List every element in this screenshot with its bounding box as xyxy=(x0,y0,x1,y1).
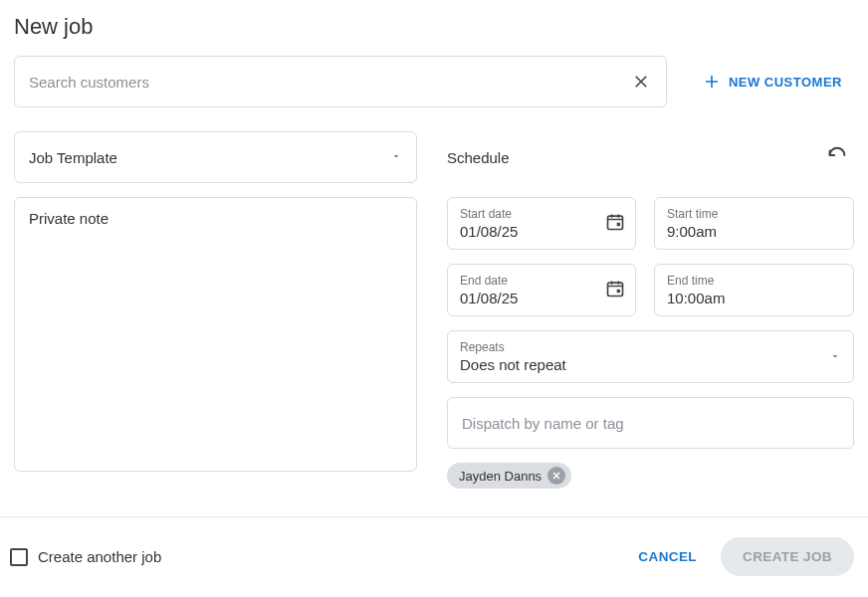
private-note-textarea[interactable] xyxy=(14,197,417,472)
search-customers-input[interactable] xyxy=(14,56,667,107)
remove-assignee-button[interactable] xyxy=(547,467,565,485)
end-time-field[interactable]: End time 10:00am xyxy=(654,264,854,316)
repeats-label: Repeats xyxy=(460,340,841,354)
undo-icon xyxy=(826,144,848,166)
job-template-select[interactable]: Job Template xyxy=(14,131,417,183)
dispatch-input[interactable] xyxy=(447,397,854,449)
assignee-name: Jayden Danns xyxy=(459,469,542,484)
svg-rect-2 xyxy=(608,283,623,296)
plus-icon xyxy=(703,73,721,91)
chevron-down-icon xyxy=(390,148,402,166)
undo-schedule-button[interactable] xyxy=(820,138,854,176)
chevron-down-icon xyxy=(829,348,841,366)
job-template-value: Job Template xyxy=(29,149,117,166)
page-title: New job xyxy=(14,14,854,40)
repeats-value: Does not repeat xyxy=(460,356,841,373)
svg-rect-3 xyxy=(617,289,620,292)
create-another-checkbox-row[interactable]: Create another job xyxy=(10,548,161,566)
create-another-label: Create another job xyxy=(38,548,161,565)
end-date-field[interactable]: End date 01/08/25 xyxy=(447,264,636,316)
new-customer-label: NEW CUSTOMER xyxy=(729,75,842,90)
calendar-icon xyxy=(605,212,625,236)
footer: Create another job CANCEL CREATE JOB xyxy=(0,516,868,596)
new-customer-button[interactable]: NEW CUSTOMER xyxy=(691,65,854,99)
end-date-label: End date xyxy=(460,274,593,288)
start-time-field[interactable]: Start time 9:00am xyxy=(654,197,854,250)
create-job-button[interactable]: CREATE JOB xyxy=(721,537,854,576)
calendar-icon xyxy=(605,279,625,302)
search-wrap xyxy=(14,56,667,107)
close-icon xyxy=(551,471,561,481)
end-date-value: 01/08/25 xyxy=(460,290,593,306)
schedule-title: Schedule xyxy=(447,149,510,166)
assignee-chip: Jayden Danns xyxy=(447,463,571,489)
clear-search-button[interactable] xyxy=(623,64,659,100)
search-row: NEW CUSTOMER xyxy=(14,56,854,107)
start-time-value: 9:00am xyxy=(667,223,841,240)
svg-rect-1 xyxy=(617,222,620,225)
end-time-value: 10:00am xyxy=(667,290,841,306)
start-date-label: Start date xyxy=(460,207,593,221)
svg-rect-0 xyxy=(608,216,623,229)
end-time-label: End time xyxy=(667,274,841,288)
close-icon xyxy=(632,73,650,91)
create-another-checkbox[interactable] xyxy=(10,548,28,566)
start-time-label: Start time xyxy=(667,207,841,221)
cancel-button[interactable]: CANCEL xyxy=(634,541,701,572)
repeats-select[interactable]: Repeats Does not repeat xyxy=(447,330,854,383)
start-date-field[interactable]: Start date 01/08/25 xyxy=(447,197,636,250)
start-date-value: 01/08/25 xyxy=(460,223,593,240)
